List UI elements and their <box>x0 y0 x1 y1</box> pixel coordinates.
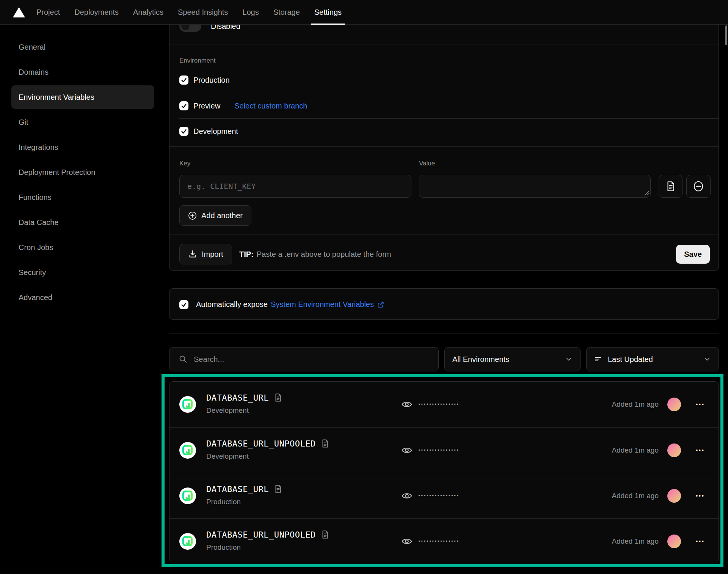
masked-value: ••••••••••••••• <box>418 428 459 473</box>
nav-item-settings[interactable]: Settings <box>314 0 342 25</box>
row-actions-menu[interactable]: ••• <box>690 473 710 519</box>
settings-sidebar: General Domains Environment Variables Gi… <box>11 35 154 311</box>
sidebar-item-domains[interactable]: Domains <box>11 60 154 84</box>
note-icon[interactable] <box>321 439 329 448</box>
tip-bold: TIP: <box>239 250 254 258</box>
search-input[interactable] <box>194 355 429 364</box>
env-var-environment: Production <box>206 497 282 507</box>
masked-value: ••••••••••••••• <box>418 473 459 519</box>
sidebar-item-integrations[interactable]: Integrations <box>11 135 154 159</box>
auto-expose-text: Automatically expose <box>196 300 268 309</box>
table-row[interactable]: DATABASE_URL_UNPOOLED Production •••••••… <box>169 518 719 563</box>
environment-section-label: Environment <box>179 57 215 64</box>
sidebar-item-environment-variables[interactable]: Environment Variables <box>11 85 154 109</box>
add-another-button[interactable]: Add another <box>179 205 251 226</box>
sidebar-item-data-cache[interactable]: Data Cache <box>11 211 154 234</box>
env-development-row: Development <box>179 127 238 136</box>
env-var-environment: Development <box>206 451 329 462</box>
production-checkbox[interactable] <box>179 75 188 85</box>
sidebar-item-advanced[interactable]: Advanced <box>11 286 154 309</box>
check-icon <box>181 128 187 134</box>
import-label: Import <box>202 250 223 259</box>
nav-item-logs[interactable]: Logs <box>242 0 259 25</box>
key-input[interactable] <box>179 175 411 198</box>
nav-items: Project Deployments Analytics Speed Insi… <box>36 0 342 25</box>
check-icon <box>181 77 187 83</box>
preview-checkbox[interactable] <box>179 101 188 110</box>
production-checkbox-label: Production <box>193 76 230 85</box>
sidebar-item-deployment-protection[interactable]: Deployment Protection <box>11 160 154 184</box>
section-divider <box>169 333 719 333</box>
plus-circle-icon <box>188 211 197 220</box>
resize-handle-icon[interactable] <box>644 191 649 196</box>
auto-expose-checkbox[interactable] <box>179 300 188 309</box>
environment-filter-select[interactable]: All Environments <box>444 347 581 371</box>
check-icon <box>181 302 187 308</box>
import-button[interactable]: Import <box>179 244 232 264</box>
sidebar-item-git[interactable]: Git <box>11 110 154 134</box>
add-another-label: Add another <box>201 211 243 220</box>
masked-value: ••••••••••••••• <box>418 519 459 563</box>
value-input[interactable] <box>419 175 651 198</box>
neon-integration-icon <box>179 488 196 504</box>
env-var-form-card: Disabled Environment Production Preview … <box>169 8 719 271</box>
divider <box>179 118 719 119</box>
env-var-name: DATABASE_URL <box>206 484 269 494</box>
row-actions-menu[interactable]: ••• <box>690 428 710 473</box>
scrollbar-thumb[interactable] <box>725 25 727 45</box>
divider <box>169 234 719 234</box>
reveal-value-eye-icon[interactable] <box>402 491 412 501</box>
added-timestamp: Added 1m ago <box>612 473 659 519</box>
nav-item-speed-insights[interactable]: Speed Insights <box>178 0 228 25</box>
note-icon[interactable] <box>321 530 329 539</box>
avatar[interactable] <box>667 398 681 411</box>
search-icon <box>179 355 188 364</box>
avatar[interactable] <box>667 535 681 548</box>
avatar[interactable] <box>667 443 681 457</box>
nav-item-analytics[interactable]: Analytics <box>133 0 163 25</box>
env-var-name: DATABASE_URL_UNPOOLED <box>206 439 316 448</box>
env-var-environment: Production <box>206 542 329 553</box>
download-icon <box>188 250 197 259</box>
table-row[interactable]: DATABASE_URL_UNPOOLED Development ••••••… <box>169 427 719 473</box>
sidebar-item-cron-jobs[interactable]: Cron Jobs <box>11 236 154 259</box>
nav-item-storage[interactable]: Storage <box>273 0 300 25</box>
avatar[interactable] <box>667 489 681 503</box>
minus-circle-icon <box>693 181 704 192</box>
reveal-value-eye-icon[interactable] <box>402 445 412 456</box>
development-checkbox[interactable] <box>179 127 188 136</box>
select-custom-branch-link[interactable]: Select custom branch <box>234 102 307 110</box>
nav-item-project[interactable]: Project <box>36 0 60 25</box>
reveal-value-eye-icon[interactable] <box>402 536 412 547</box>
masked-value: ••••••••••••••• <box>418 382 459 427</box>
preview-checkbox-label: Preview <box>193 102 220 110</box>
system-env-vars-link[interactable]: System Environment Variables <box>271 300 374 309</box>
sidebar-item-general[interactable]: General <box>11 35 154 59</box>
nav-item-deployments[interactable]: Deployments <box>74 0 119 25</box>
added-timestamp: Added 1m ago <box>612 382 659 427</box>
env-production-row: Production <box>179 75 230 85</box>
vercel-logo-icon[interactable] <box>13 7 25 17</box>
document-icon <box>666 181 676 192</box>
sidebar-item-security[interactable]: Security <box>11 261 154 284</box>
remove-row-button[interactable] <box>686 175 711 198</box>
sort-filter-select[interactable]: Last Updated <box>586 347 719 371</box>
save-button[interactable]: Save <box>676 245 710 264</box>
tip-body: Paste a .env above to populate the form <box>257 250 391 258</box>
row-actions-menu[interactable]: ••• <box>690 519 710 563</box>
note-icon[interactable] <box>274 484 282 494</box>
row-actions-menu[interactable]: ••• <box>690 382 710 427</box>
sidebar-item-functions[interactable]: Functions <box>11 186 154 209</box>
table-row[interactable]: DATABASE_URL Production ••••••••••••••• … <box>169 473 719 518</box>
table-row[interactable]: DATABASE_URL Development •••••••••••••••… <box>169 382 719 427</box>
external-link-icon[interactable] <box>377 301 384 308</box>
reveal-value-eye-icon[interactable] <box>402 399 412 410</box>
note-icon[interactable] <box>274 393 282 402</box>
env-var-table: DATABASE_URL Development •••••••••••••••… <box>169 381 719 563</box>
chevron-down-icon <box>565 355 573 363</box>
search-field[interactable] <box>169 347 439 371</box>
paste-env-button[interactable] <box>659 175 682 198</box>
auto-expose-card: Automatically expose System Environment … <box>169 288 719 320</box>
added-timestamp: Added 1m ago <box>612 428 659 473</box>
divider <box>179 93 719 93</box>
